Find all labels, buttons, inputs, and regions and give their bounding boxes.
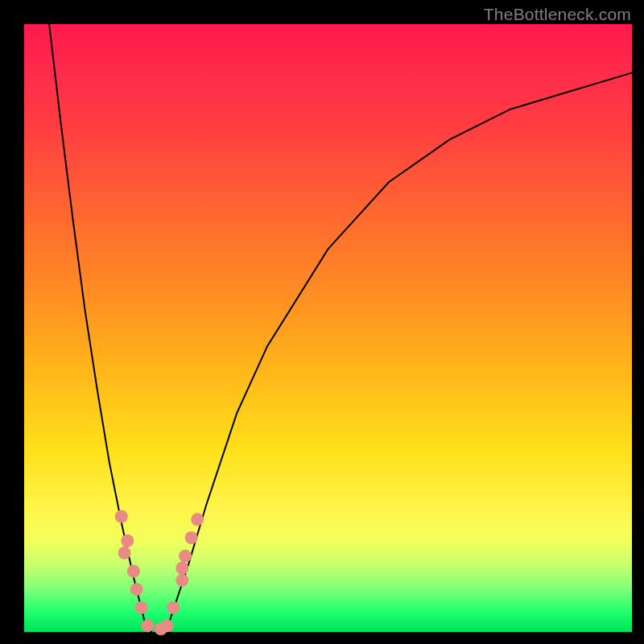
data-marker	[141, 619, 154, 632]
data-marker	[175, 574, 188, 587]
data-marker	[185, 531, 198, 544]
data-marker	[121, 535, 134, 547]
curve-right-branch	[164, 72, 632, 632]
data-marker	[167, 601, 180, 614]
data-marker	[130, 583, 143, 596]
data-markers	[115, 510, 204, 636]
data-marker	[118, 547, 131, 559]
curve-left-branch	[48, 18, 151, 632]
watermark-text: TheBottleneck.com	[484, 5, 631, 24]
data-marker	[179, 550, 192, 563]
data-marker	[160, 619, 173, 632]
data-marker	[175, 562, 188, 575]
data-marker	[115, 510, 128, 523]
chart-svg	[24, 24, 632, 632]
data-marker	[191, 513, 204, 526]
data-marker	[135, 601, 148, 614]
chart-frame: TheBottleneck.com	[0, 0, 644, 644]
data-marker	[127, 565, 140, 578]
